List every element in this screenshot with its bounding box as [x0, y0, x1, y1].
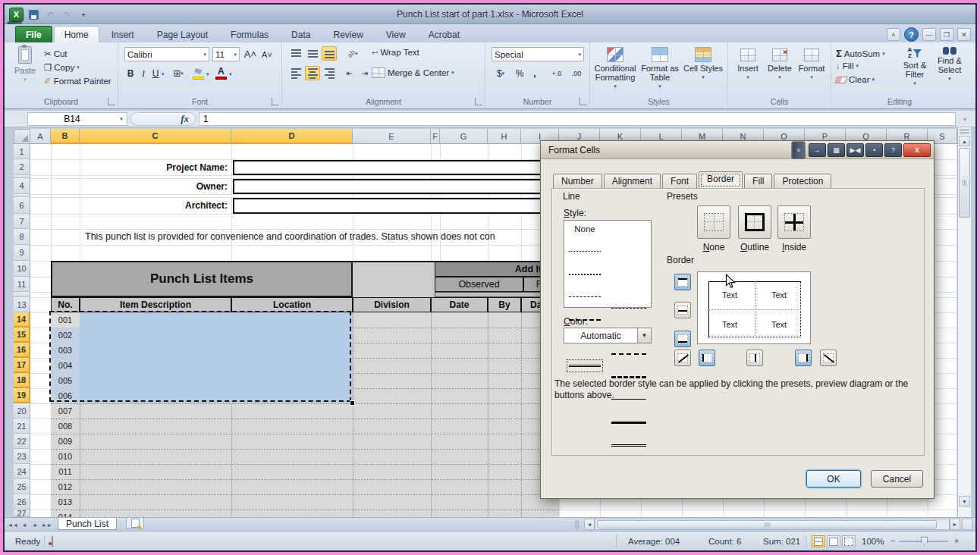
clipboard-dialog-launcher-icon[interactable] — [108, 98, 115, 105]
increase-decimal-button[interactable]: +.0 — [548, 67, 566, 80]
preset-inside-button[interactable] — [777, 205, 811, 239]
number-format-select[interactable]: Special▾ — [492, 47, 584, 61]
row-header-7[interactable]: 7 — [14, 214, 30, 229]
conditional-formatting-button[interactable]: Conditional Formatting▾ — [593, 47, 637, 91]
page-layout-view-button[interactable] — [827, 535, 840, 547]
row-header-11[interactable]: 11 — [14, 277, 30, 292]
row-header-9[interactable]: 9 — [14, 245, 30, 261]
merge-center-button[interactable]: Merge & Center▾ — [372, 67, 454, 78]
column-header-E[interactable]: E — [353, 129, 431, 144]
vscroll-split-handle[interactable] — [960, 129, 969, 134]
dialog-help-icon[interactable]: ? — [884, 143, 902, 157]
orientation-button[interactable]: ab▾ — [343, 46, 363, 61]
line-style-dotted[interactable] — [567, 269, 602, 281]
comma-button[interactable]: , — [529, 67, 540, 80]
row-header-4[interactable]: 4 — [14, 178, 30, 194]
border-right-button[interactable] — [795, 350, 812, 366]
color-dropdown-icon[interactable]: ▼ — [637, 328, 651, 343]
delete-cells-button[interactable]: ✕Delete▾ — [765, 49, 795, 82]
ribbon-tab-home[interactable]: Home — [54, 26, 99, 43]
format-as-table-button[interactable]: Format as Table▾ — [639, 47, 681, 91]
dialog-pattern-icon[interactable]: ▩ — [828, 143, 845, 157]
prev-sheet-icon[interactable]: ◄ — [19, 519, 30, 530]
row-header-26[interactable]: 26 — [14, 494, 30, 510]
vscroll-down-icon[interactable]: ▼ — [959, 496, 970, 506]
border-inner-horizontal-button[interactable] — [674, 302, 691, 318]
hscroll-left-icon[interactable]: ◄ — [584, 519, 595, 530]
name-box-dropdown-icon[interactable]: ▾ — [116, 116, 127, 122]
row-header-2[interactable]: 2 — [14, 159, 30, 175]
workbook-close-button[interactable]: ✕ — [957, 28, 971, 41]
borders-button[interactable]: ⊞▾ — [171, 67, 185, 80]
line-style-double-selected[interactable] — [567, 360, 602, 372]
fill-button[interactable]: ↓Fill▾ — [836, 61, 859, 71]
dialog-tab-alignment[interactable]: Alignment — [604, 174, 661, 189]
row-header-19[interactable]: 19 — [14, 388, 30, 403]
row-header-16[interactable]: 16 — [14, 343, 30, 358]
row-header-14[interactable]: 14 — [14, 312, 30, 328]
dialog-export-icon[interactable]: → — [809, 143, 826, 157]
insert-cells-button[interactable]: Insert▾ — [733, 49, 763, 82]
find-select-button[interactable]: Find & Select▾ — [933, 47, 966, 83]
alignment-dialog-launcher-icon[interactable] — [475, 98, 482, 105]
ribbon-tab-acrobat[interactable]: Acrobat — [418, 26, 470, 43]
hscroll-resize-box[interactable] — [962, 519, 972, 530]
clear-button[interactable]: Clear▾ — [836, 75, 875, 84]
increase-indent-button[interactable]: ⇥ — [358, 66, 372, 80]
border-diagonal-up-button[interactable] — [674, 350, 691, 366]
align-right-button[interactable] — [322, 66, 337, 80]
decrease-indent-button[interactable]: ⇤ — [343, 66, 357, 80]
redo-button[interactable]: ↷ — [60, 8, 74, 21]
name-box[interactable]: B14 ▾ — [27, 112, 127, 126]
hscroll-right-icon[interactable]: ► — [950, 519, 960, 530]
normal-view-button[interactable] — [812, 535, 825, 547]
shrink-font-button[interactable]: A˅ — [259, 47, 275, 61]
help-icon[interactable]: ? — [904, 27, 919, 42]
autosum-button[interactable]: ΣAutoSum▾ — [836, 48, 885, 59]
qat-customize-button[interactable]: ▾ — [77, 8, 90, 21]
page-break-view-button[interactable] — [842, 535, 856, 547]
column-header-D[interactable]: D — [231, 129, 353, 144]
macro-record-icon[interactable] — [52, 536, 53, 547]
border-inner-vertical-button[interactable] — [746, 350, 763, 366]
row-header-24[interactable]: 24 — [14, 464, 30, 479]
hscroll-thumb[interactable] — [597, 520, 937, 528]
fill-color-dropdown-icon[interactable]: ▾ — [206, 71, 209, 77]
row-header-25[interactable]: 25 — [14, 479, 30, 494]
column-header-A[interactable]: A — [30, 129, 51, 144]
zoom-out-icon[interactable]: − — [887, 534, 898, 547]
font-family-select[interactable]: Calibri▾ — [124, 47, 209, 61]
last-sheet-icon[interactable]: ►► — [42, 519, 52, 530]
dialog-tab-font[interactable]: Font — [662, 174, 697, 189]
row-header-27[interactable]: 27 — [14, 510, 30, 517]
row-header-15[interactable]: 15 — [14, 328, 30, 343]
row-header-6[interactable]: 6 — [14, 197, 30, 214]
ok-button[interactable]: OK — [806, 470, 861, 488]
currency-button[interactable]: $▾ — [492, 67, 510, 80]
preset-outline-button[interactable] — [738, 205, 771, 239]
row-header-12[interactable] — [14, 292, 30, 297]
column-header-C[interactable]: C — [80, 129, 231, 144]
row-header-18[interactable]: 18 — [14, 373, 30, 388]
next-sheet-icon[interactable]: ► — [30, 519, 41, 530]
dialog-chevron-double-icon[interactable]: » — [792, 142, 806, 159]
fx-icon[interactable]: fx — [181, 113, 189, 125]
column-header-H[interactable]: H — [488, 129, 521, 144]
line-style-dash-dot-dot[interactable] — [610, 303, 648, 315]
zoom-slider-thumb[interactable] — [921, 537, 928, 546]
ribbon-tab-insert[interactable]: Insert — [101, 26, 145, 43]
align-left-button[interactable] — [288, 66, 303, 80]
sort-filter-button[interactable]: AZ Sort & Filter▾ — [898, 47, 931, 88]
paste-button[interactable]: Paste ▾ — [11, 46, 39, 84]
dialog-tab-border[interactable]: Border — [699, 171, 743, 189]
align-middle-button[interactable] — [305, 46, 320, 61]
percent-button[interactable]: % — [513, 67, 526, 80]
line-style-listbox[interactable]: None — [564, 220, 652, 308]
ribbon-tab-file[interactable]: File — [15, 26, 52, 44]
vscroll-thumb[interactable] — [959, 148, 970, 218]
ribbon-tab-data[interactable]: Data — [281, 26, 321, 43]
row-header-22[interactable]: 22 — [14, 434, 30, 449]
font-color-dropdown-icon[interactable]: ▾ — [229, 71, 232, 77]
insert-function-area[interactable]: fx — [130, 112, 196, 126]
underline-button[interactable]: U — [150, 67, 161, 80]
